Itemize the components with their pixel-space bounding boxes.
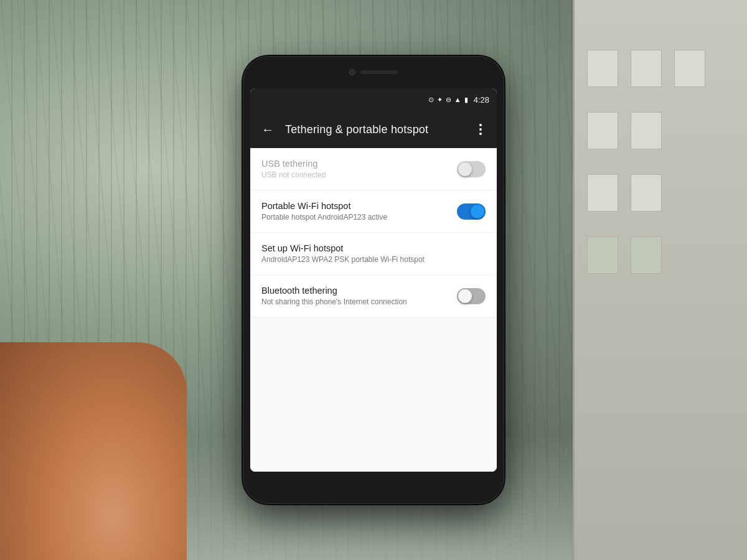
back-arrow-icon: ←: [261, 123, 274, 137]
setup-wifi-item[interactable]: Set up Wi-Fi hotspot AndroidAP123 WPA2 P…: [250, 233, 497, 275]
wifi-hotspot-title: Portable Wi-Fi hotspot: [261, 201, 449, 211]
phone-top-area: [311, 63, 436, 81]
settings-content: USB tethering USB not connected Portable…: [250, 148, 497, 472]
setup-wifi-title: Set up Wi-Fi hotspot: [261, 243, 486, 253]
more-dot-1: [479, 124, 482, 126]
bg-building: [573, 0, 747, 560]
data-saver-icon: ⊖: [446, 96, 451, 104]
wifi-hotspot-toggle[interactable]: [457, 203, 486, 220]
earpiece-speaker: [360, 70, 398, 74]
bluetooth-tethering-text: Bluetooth tethering Not sharing this pho…: [261, 286, 449, 306]
phone-screen: ⊙ ✦ ⊖ ▲ ▮ 4:28 ← Tethering & portable ho…: [250, 88, 497, 472]
back-button[interactable]: ←: [255, 117, 280, 142]
usb-tethering-toggle[interactable]: [457, 161, 486, 177]
bluetooth-tethering-subtitle: Not sharing this phone's Internet connec…: [261, 297, 449, 306]
bluetooth-tethering-toggle[interactable]: [457, 288, 486, 304]
bluetooth-tethering-title: Bluetooth tethering: [261, 286, 449, 296]
bluetooth-tethering-toggle-thumb: [458, 289, 472, 303]
usb-tethering-subtitle: USB not connected: [261, 170, 449, 179]
setup-wifi-text: Set up Wi-Fi hotspot AndroidAP123 WPA2 P…: [261, 243, 486, 264]
front-camera: [349, 69, 355, 75]
more-options-button[interactable]: [469, 118, 492, 141]
app-bar: ← Tethering & portable hotspot: [250, 111, 497, 148]
phone: ⊙ ✦ ⊖ ▲ ▮ 4:28 ← Tethering & portable ho…: [243, 56, 504, 504]
phone-body: ⊙ ✦ ⊖ ▲ ▮ 4:28 ← Tethering & portable ho…: [243, 56, 504, 504]
wifi-calling-icon: ⊙: [428, 96, 434, 104]
bluetooth-tethering-item[interactable]: Bluetooth tethering Not sharing this pho…: [250, 275, 497, 317]
bluetooth-icon: ✦: [437, 96, 443, 104]
page-title: Tethering & portable hotspot: [285, 123, 464, 136]
wifi-hotspot-text: Portable Wi-Fi hotspot Portable hotspot …: [261, 201, 449, 222]
status-icons: ⊙ ✦ ⊖ ▲ ▮ 4:28: [428, 95, 489, 105]
usb-tethering-title: USB tethering: [261, 159, 449, 169]
usb-tethering-toggle-thumb: [458, 162, 472, 176]
battery-icon: ▮: [464, 96, 468, 104]
usb-tethering-text: USB tethering USB not connected: [261, 159, 449, 179]
wifi-hotspot-subtitle: Portable hotspot AndroidAP123 active: [261, 213, 449, 222]
setup-wifi-subtitle: AndroidAP123 WPA2 PSK portable Wi-Fi hot…: [261, 255, 486, 264]
hand: [0, 342, 187, 560]
usb-tethering-item[interactable]: USB tethering USB not connected: [250, 148, 497, 190]
wifi-hotspot-toggle-thumb: [471, 205, 484, 218]
wifi-hotspot-item[interactable]: Portable Wi-Fi hotspot Portable hotspot …: [250, 190, 497, 233]
status-time: 4:28: [474, 95, 489, 105]
more-dot-2: [479, 128, 482, 131]
signal-icon: ▲: [454, 96, 461, 103]
status-bar: ⊙ ✦ ⊖ ▲ ▮ 4:28: [250, 88, 497, 111]
more-dot-3: [479, 133, 482, 135]
